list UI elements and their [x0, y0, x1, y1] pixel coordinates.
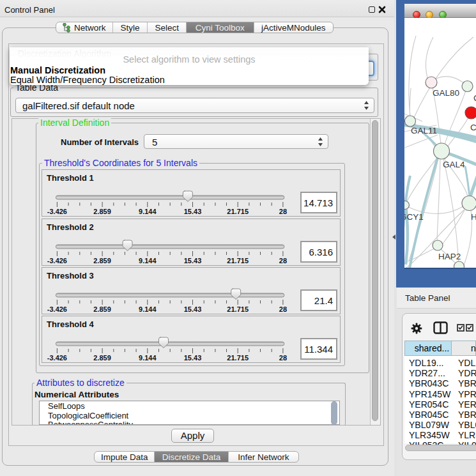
svg-text:-3.426: -3.426 [47, 305, 67, 313]
svg-text:2.859: 2.859 [93, 208, 111, 215]
svg-text:GAL4: GAL4 [443, 160, 465, 169]
svg-text:G.: G. [473, 93, 476, 103]
svg-text:-3.426: -3.426 [47, 208, 67, 215]
svg-text:9.144: 9.144 [139, 257, 157, 265]
svg-text:21.715: 21.715 [227, 208, 249, 215]
svg-text:15.43: 15.43 [184, 208, 202, 215]
svg-text:15.43: 15.43 [184, 354, 202, 362]
svg-text:28: 28 [279, 208, 287, 215]
svg-text:2.859: 2.859 [93, 354, 111, 362]
svg-text:GCY1: GCY1 [404, 212, 424, 222]
svg-text:21.715: 21.715 [227, 354, 249, 362]
svg-text:15.43: 15.43 [184, 305, 202, 313]
svg-text:21.715: 21.715 [227, 305, 249, 313]
svg-text:9.144: 9.144 [139, 305, 157, 313]
svg-text:GAL80: GAL80 [433, 88, 459, 98]
svg-text:2.859: 2.859 [93, 305, 111, 313]
svg-text:2.859: 2.859 [93, 257, 111, 265]
svg-text:9.144: 9.144 [139, 208, 157, 215]
svg-text:15.43: 15.43 [184, 257, 202, 265]
svg-text:21.715: 21.715 [227, 257, 249, 265]
svg-text:C: C [470, 123, 476, 132]
svg-text:28: 28 [279, 354, 287, 362]
svg-text:28: 28 [279, 257, 287, 265]
svg-text:28: 28 [279, 305, 287, 313]
svg-text:HAP2: HAP2 [438, 252, 461, 261]
svg-text:H: H [471, 212, 476, 222]
svg-text:-3.426: -3.426 [47, 354, 67, 362]
svg-text:9.144: 9.144 [139, 354, 157, 362]
svg-text:-3.426: -3.426 [47, 257, 67, 265]
svg-text:GAL11: GAL11 [411, 126, 437, 135]
